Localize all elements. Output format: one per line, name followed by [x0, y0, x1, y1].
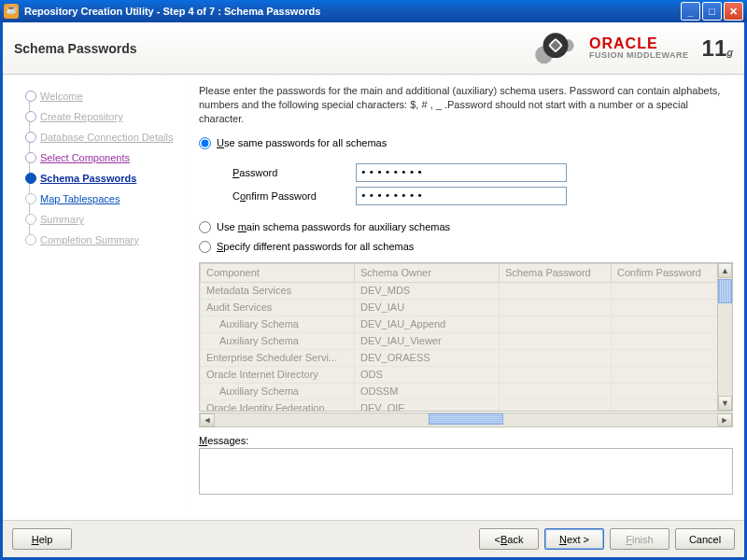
window-title: Repository Creation Utility - Step 4 of …: [24, 6, 681, 17]
hscroll-thumb[interactable]: [429, 413, 503, 425]
messages-label: Messages:: [199, 435, 733, 446]
table-row: Auxiliary SchemaDEV_IAU_Viewer: [201, 332, 718, 349]
cell-password: [500, 315, 612, 332]
cell-password: [500, 383, 612, 399]
cell-confirm: [612, 299, 718, 315]
messages-box[interactable]: [199, 448, 733, 495]
confirm-password-row: Confirm Password: [233, 187, 733, 205]
cell-confirm: [612, 332, 718, 349]
cell-password: [500, 282, 612, 299]
confirm-password-input[interactable]: [356, 187, 567, 205]
cell-confirm: [612, 349, 718, 366]
scroll-left-icon[interactable]: ◄: [200, 413, 215, 427]
password-label: Password: [233, 167, 356, 178]
radio-specify-passwords[interactable]: Specify different passwords for all sche…: [199, 241, 733, 253]
cell-owner: DEV_MDS: [355, 282, 500, 299]
step-db-connection: Database Connection Details: [25, 127, 181, 147]
fusion-middleware-label: FUSION MIDDLEWARE: [589, 51, 689, 61]
table-row: Oracle Identity FederationDEV_OIF: [201, 399, 718, 411]
help-button[interactable]: Help: [12, 528, 72, 550]
th-owner[interactable]: Schema Owner: [355, 263, 500, 282]
cell-owner: DEV_IAU_Append: [355, 315, 500, 332]
vscroll-track[interactable]: [718, 303, 732, 396]
cell-component: Audit Services: [201, 299, 355, 315]
th-component[interactable]: Component: [201, 263, 355, 282]
cell-password: [500, 332, 612, 349]
cell-owner: ODSSM: [355, 383, 500, 399]
step-list: Welcome Create Repository Database Conne…: [25, 86, 181, 250]
th-confirm[interactable]: Confirm Password: [612, 263, 718, 282]
cell-password: [500, 299, 612, 315]
horizontal-scrollbar[interactable]: ◄ ►: [199, 413, 733, 427]
table-row: Auxiliary SchemaODSSM: [201, 383, 718, 399]
step-summary: Summary: [25, 209, 181, 230]
svg-point-3: [550, 39, 561, 50]
cell-confirm: [612, 315, 718, 332]
cell-confirm: [612, 399, 718, 411]
cell-password: [500, 399, 612, 411]
cell-component: Oracle Internet Directory: [201, 366, 355, 383]
cell-confirm: [612, 282, 718, 299]
scroll-right-icon[interactable]: ►: [717, 413, 732, 427]
table-row: Metadata ServicesDEV_MDS: [201, 282, 718, 299]
cell-component: Auxiliary Schema: [201, 315, 355, 332]
oracle-logo: ORACLE: [589, 35, 689, 52]
schema-table-scroll: Component Schema Owner Schema Password C…: [200, 263, 717, 411]
vertical-scrollbar[interactable]: ▲ ▼: [717, 263, 732, 411]
step-select-components[interactable]: Select Components: [25, 147, 181, 168]
step-completion-summary: Completion Summary: [25, 230, 181, 250]
cell-confirm: [612, 366, 718, 383]
cell-component: Enterprise Scheduler Servi...: [201, 349, 355, 366]
cell-component: Auxiliary Schema: [201, 383, 355, 399]
th-password[interactable]: Schema Password: [500, 263, 612, 282]
gear-icon: [529, 22, 582, 75]
radio-specify-input[interactable]: [199, 241, 211, 253]
maximize-button[interactable]: □: [702, 2, 722, 21]
cell-password: [500, 349, 612, 366]
back-button[interactable]: < Back: [479, 528, 539, 550]
table-row: Auxiliary SchemaDEV_IAU_Append: [201, 315, 718, 332]
table-row: Oracle Internet DirectoryODS: [201, 366, 718, 383]
radio-main-input[interactable]: [199, 221, 211, 233]
scroll-up-icon[interactable]: ▲: [718, 263, 732, 278]
hscroll-track[interactable]: [215, 413, 717, 427]
vscroll-thumb[interactable]: [718, 279, 732, 303]
schema-table-container: Component Schema Owner Schema Password C…: [199, 262, 733, 412]
cell-owner: DEV_ORAESS: [355, 349, 500, 366]
java-app-icon: [4, 4, 19, 19]
main-panel: Please enter the passwords for the main …: [188, 75, 744, 520]
password-fields: Password Confirm Password: [233, 159, 733, 210]
brand: ORACLE FUSION MIDDLEWARE 11g: [529, 22, 733, 75]
radio-main-passwords[interactable]: Use main schema passwords for auxiliary …: [199, 221, 733, 233]
table-row: Enterprise Scheduler Servi...DEV_ORAESS: [201, 349, 718, 366]
finish-button: Finish: [610, 528, 669, 550]
schema-table: Component Schema Owner Schema Password C…: [200, 263, 717, 411]
next-button[interactable]: Next >: [544, 528, 604, 550]
titlebar: Repository Creation Utility - Step 4 of …: [0, 0, 747, 22]
password-row: Password: [233, 163, 733, 182]
sidebar: Welcome Create Repository Database Conne…: [3, 75, 188, 520]
radio-specify-label: Specify different passwords for all sche…: [217, 241, 414, 252]
close-button[interactable]: ✕: [724, 2, 743, 21]
cancel-button[interactable]: Cancel: [675, 528, 735, 550]
step-schema-passwords[interactable]: Schema Passwords: [25, 168, 181, 189]
scroll-down-icon[interactable]: ▼: [718, 396, 732, 411]
confirm-password-label: Confirm Password: [233, 190, 356, 202]
step-map-tablespaces[interactable]: Map Tablespaces: [25, 189, 181, 209]
radio-same-label: Use same passwords for all schemas: [217, 137, 387, 148]
header: Schema Passwords ORACLE FUSION MIDDLEWAR…: [3, 22, 744, 75]
window-buttons: _ □ ✕: [681, 2, 743, 21]
cell-confirm: [612, 383, 718, 399]
page-title: Schema Passwords: [14, 41, 529, 56]
cell-owner: DEV_IAU: [355, 299, 500, 315]
minimize-button[interactable]: _: [681, 2, 700, 21]
version-label: 11g: [702, 35, 733, 62]
radio-same-input[interactable]: [199, 137, 211, 149]
content: Welcome Create Repository Database Conne…: [3, 75, 744, 520]
window-body: Schema Passwords ORACLE FUSION MIDDLEWAR…: [0, 22, 747, 560]
cell-owner: ODS: [355, 366, 500, 383]
radio-main-label: Use main schema passwords for auxiliary …: [217, 221, 450, 232]
cell-component: Auxiliary Schema: [201, 332, 355, 349]
radio-same-passwords[interactable]: Use same passwords for all schemas: [199, 137, 733, 149]
password-input[interactable]: [356, 163, 567, 182]
